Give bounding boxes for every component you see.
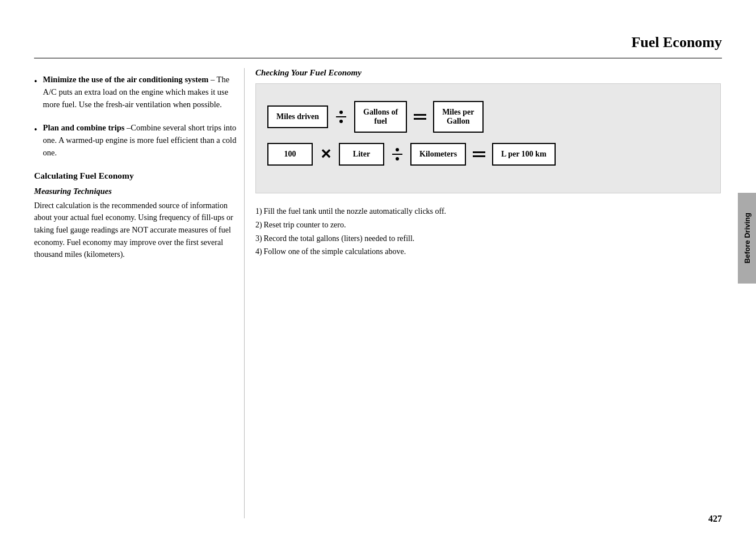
bullet-dot: • — [34, 75, 37, 88]
division-operator-2 — [388, 148, 407, 160]
page-number: 427 — [708, 514, 722, 524]
bullet-list: • Minimize the use of the air conditioni… — [34, 74, 238, 159]
calc-heading: Calculating Fuel Economy — [34, 171, 238, 181]
formula-row-1: Miles driven Gallons of fuel Miles per G… — [267, 101, 709, 133]
equals-bar-bottom — [414, 118, 426, 120]
right-column: Checking Your Fuel Economy Miles driven … — [255, 68, 721, 259]
list-item: 2) Reset trip counter to zero. — [255, 218, 721, 232]
division-operator — [331, 111, 351, 123]
bullet-dot: • — [34, 123, 37, 137]
bullet-text: Minimize the use of the air conditioning… — [43, 74, 238, 111]
list-item: 1) Fill the fuel tank until the nozzle a… — [255, 205, 721, 218]
left-column: • Minimize the use of the air conditioni… — [34, 74, 238, 261]
l-per-100km-box: L per 100 km — [492, 143, 555, 166]
list-item: 4) Follow one of the simple calculations… — [255, 245, 721, 259]
list-item: 3) Record the total gallons (liters) nee… — [255, 232, 721, 246]
equals-operator-2 — [469, 151, 489, 157]
dot-bottom — [339, 120, 343, 123]
list-item: • Minimize the use of the air conditioni… — [34, 74, 238, 111]
equals-bar-top — [473, 151, 485, 153]
diagram-box: Miles driven Gallons of fuel Miles per G… — [255, 83, 721, 193]
gallons-fuel-box: Gallons of fuel — [354, 101, 407, 133]
equals-operator — [410, 114, 430, 120]
list-item: • Plan and combine trips –Combine severa… — [34, 122, 238, 159]
hundred-box: 100 — [267, 143, 313, 166]
div-line — [336, 116, 346, 117]
equals-bar-top — [414, 114, 426, 116]
before-driving-tab: Before Driving — [738, 193, 756, 284]
div-line — [392, 154, 402, 155]
dot-top — [339, 111, 343, 114]
page-title: Fuel Economy — [631, 34, 722, 51]
dot-top — [396, 148, 399, 151]
body-text: Direct calculation is the recommended so… — [34, 200, 238, 261]
multiply-operator: ✕ — [316, 146, 335, 162]
miles-per-gallon-box: Miles per Gallon — [433, 101, 483, 133]
bullet-text: Plan and combine trips –Combine several … — [43, 122, 238, 159]
equals-bar-bottom — [473, 155, 485, 157]
miles-driven-box: Miles driven — [267, 105, 328, 128]
instructions-list: 1) Fill the fuel tank until the nozzle a… — [255, 205, 721, 259]
section-title: Checking Your Fuel Economy — [255, 68, 721, 78]
liter-box: Liter — [339, 143, 384, 166]
title-rule — [34, 58, 722, 58]
kilometers-box: Kilometers — [410, 143, 466, 166]
dot-bottom — [396, 157, 399, 160]
measuring-heading: Measuring Techniques — [34, 187, 238, 196]
column-divider — [244, 68, 245, 518]
formula-row-2: 100 ✕ Liter Kilometers L per 100 km — [267, 143, 709, 166]
